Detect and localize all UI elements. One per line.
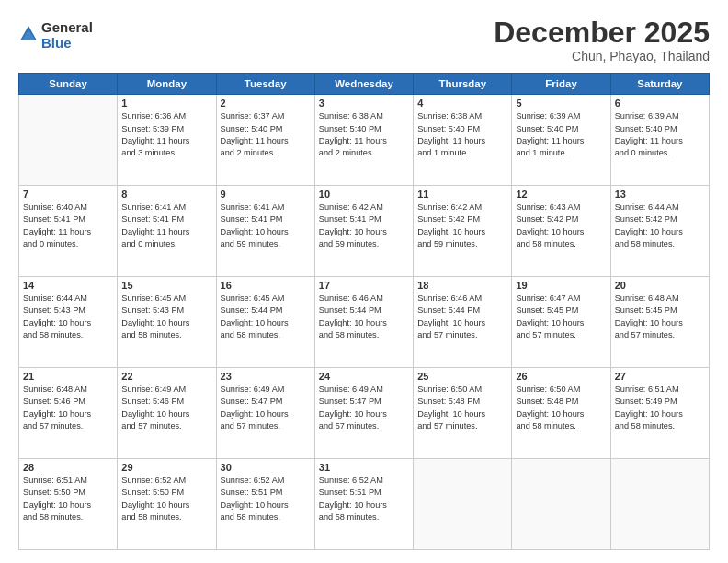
calendar-cell: 14Sunrise: 6:44 AMSunset: 5:43 PMDayligh… bbox=[19, 277, 118, 368]
day-info: Sunrise: 6:38 AMSunset: 5:40 PMDaylight:… bbox=[319, 110, 409, 159]
day-info: Sunrise: 6:47 AMSunset: 5:45 PMDaylight:… bbox=[516, 293, 606, 341]
calendar-week-1: 7Sunrise: 6:40 AMSunset: 5:41 PMDaylight… bbox=[19, 186, 710, 277]
day-number: 20 bbox=[615, 280, 705, 291]
calendar-cell: 18Sunrise: 6:46 AMSunset: 5:44 PMDayligh… bbox=[414, 277, 512, 368]
calendar-cell: 19Sunrise: 6:47 AMSunset: 5:45 PMDayligh… bbox=[512, 277, 610, 368]
calendar-cell: 24Sunrise: 6:49 AMSunset: 5:47 PMDayligh… bbox=[314, 368, 413, 459]
day-number: 27 bbox=[615, 371, 705, 382]
calendar-cell: 29Sunrise: 6:52 AMSunset: 5:50 PMDayligh… bbox=[118, 459, 216, 550]
header-wednesday: Wednesday bbox=[314, 74, 413, 95]
day-number: 31 bbox=[319, 462, 409, 473]
day-number: 6 bbox=[615, 98, 705, 109]
header-sunday: Sunday bbox=[19, 74, 118, 95]
day-info: Sunrise: 6:44 AMSunset: 5:42 PMDaylight:… bbox=[615, 201, 705, 250]
day-number: 7 bbox=[23, 189, 113, 200]
calendar-cell: 31Sunrise: 6:52 AMSunset: 5:51 PMDayligh… bbox=[314, 459, 413, 550]
calendar-cell: 26Sunrise: 6:50 AMSunset: 5:48 PMDayligh… bbox=[512, 368, 610, 459]
calendar-cell: 5Sunrise: 6:39 AMSunset: 5:40 PMDaylight… bbox=[512, 95, 610, 186]
day-info: Sunrise: 6:39 AMSunset: 5:40 PMDaylight:… bbox=[615, 110, 705, 159]
logo: General Blue bbox=[18, 20, 93, 51]
day-info: Sunrise: 6:43 AMSunset: 5:42 PMDaylight:… bbox=[516, 201, 606, 250]
calendar-cell: 12Sunrise: 6:43 AMSunset: 5:42 PMDayligh… bbox=[512, 186, 610, 277]
day-number: 21 bbox=[23, 371, 113, 382]
weekday-header-row: Sunday Monday Tuesday Wednesday Thursday… bbox=[19, 74, 710, 95]
day-info: Sunrise: 6:52 AMSunset: 5:51 PMDaylight:… bbox=[319, 475, 409, 523]
calendar-cell: 10Sunrise: 6:42 AMSunset: 5:41 PMDayligh… bbox=[314, 186, 413, 277]
calendar-cell: 15Sunrise: 6:45 AMSunset: 5:43 PMDayligh… bbox=[118, 277, 216, 368]
calendar-cell: 1Sunrise: 6:36 AMSunset: 5:39 PMDaylight… bbox=[118, 95, 216, 186]
day-number: 28 bbox=[23, 462, 113, 473]
logo-icon bbox=[18, 24, 39, 44]
day-info: Sunrise: 6:40 AMSunset: 5:41 PMDaylight:… bbox=[23, 201, 113, 250]
header-tuesday: Tuesday bbox=[216, 74, 314, 95]
day-number: 19 bbox=[516, 280, 606, 291]
day-info: Sunrise: 6:52 AMSunset: 5:51 PMDaylight:… bbox=[221, 475, 311, 523]
day-number: 16 bbox=[221, 280, 311, 291]
calendar-cell: 8Sunrise: 6:41 AMSunset: 5:41 PMDaylight… bbox=[118, 186, 216, 277]
day-number: 29 bbox=[121, 462, 211, 473]
calendar-cell bbox=[414, 459, 512, 550]
calendar-cell: 17Sunrise: 6:46 AMSunset: 5:44 PMDayligh… bbox=[314, 277, 413, 368]
day-info: Sunrise: 6:51 AMSunset: 5:50 PMDaylight:… bbox=[23, 475, 113, 523]
calendar-cell: 13Sunrise: 6:44 AMSunset: 5:42 PMDayligh… bbox=[610, 186, 709, 277]
day-number: 22 bbox=[121, 371, 211, 382]
day-info: Sunrise: 6:36 AMSunset: 5:39 PMDaylight:… bbox=[121, 110, 211, 159]
logo-blue-text: Blue bbox=[41, 36, 93, 52]
page: General Blue December 2025 Chun, Phayao,… bbox=[0, 0, 728, 563]
calendar-cell: 25Sunrise: 6:50 AMSunset: 5:48 PMDayligh… bbox=[414, 368, 512, 459]
day-number: 5 bbox=[516, 98, 606, 109]
day-number: 9 bbox=[221, 189, 311, 200]
day-number: 12 bbox=[516, 189, 606, 200]
day-info: Sunrise: 6:52 AMSunset: 5:50 PMDaylight:… bbox=[121, 475, 211, 523]
day-info: Sunrise: 6:49 AMSunset: 5:47 PMDaylight:… bbox=[319, 384, 409, 432]
calendar-cell: 20Sunrise: 6:48 AMSunset: 5:45 PMDayligh… bbox=[610, 277, 709, 368]
day-number: 23 bbox=[221, 371, 311, 382]
day-info: Sunrise: 6:48 AMSunset: 5:46 PMDaylight:… bbox=[23, 384, 113, 432]
calendar-week-4: 28Sunrise: 6:51 AMSunset: 5:50 PMDayligh… bbox=[19, 459, 710, 550]
day-info: Sunrise: 6:46 AMSunset: 5:44 PMDaylight:… bbox=[417, 293, 507, 341]
day-number: 4 bbox=[417, 98, 507, 109]
day-info: Sunrise: 6:42 AMSunset: 5:42 PMDaylight:… bbox=[417, 201, 507, 250]
month-title: December 2025 bbox=[494, 17, 710, 49]
day-info: Sunrise: 6:42 AMSunset: 5:41 PMDaylight:… bbox=[319, 201, 409, 250]
header-monday: Monday bbox=[118, 74, 216, 95]
day-number: 18 bbox=[417, 280, 507, 291]
calendar-cell: 22Sunrise: 6:49 AMSunset: 5:46 PMDayligh… bbox=[118, 368, 216, 459]
day-number: 24 bbox=[319, 371, 409, 382]
calendar-cell bbox=[19, 95, 118, 186]
day-info: Sunrise: 6:45 AMSunset: 5:44 PMDaylight:… bbox=[221, 293, 311, 341]
header-saturday: Saturday bbox=[610, 74, 709, 95]
calendar-cell: 9Sunrise: 6:41 AMSunset: 5:41 PMDaylight… bbox=[216, 186, 314, 277]
calendar-week-3: 21Sunrise: 6:48 AMSunset: 5:46 PMDayligh… bbox=[19, 368, 710, 459]
header: General Blue December 2025 Chun, Phayao,… bbox=[18, 17, 710, 63]
day-number: 10 bbox=[319, 189, 409, 200]
calendar-cell: 16Sunrise: 6:45 AMSunset: 5:44 PMDayligh… bbox=[216, 277, 314, 368]
day-number: 13 bbox=[615, 189, 705, 200]
calendar-week-2: 14Sunrise: 6:44 AMSunset: 5:43 PMDayligh… bbox=[19, 277, 710, 368]
title-block: December 2025 Chun, Phayao, Thailand bbox=[494, 17, 710, 63]
logo-general-text: General bbox=[41, 20, 93, 36]
calendar-cell: 30Sunrise: 6:52 AMSunset: 5:51 PMDayligh… bbox=[216, 459, 314, 550]
day-number: 11 bbox=[417, 189, 507, 200]
calendar-cell bbox=[610, 459, 709, 550]
day-number: 1 bbox=[121, 98, 211, 109]
location: Chun, Phayao, Thailand bbox=[494, 49, 710, 63]
calendar-cell: 23Sunrise: 6:49 AMSunset: 5:47 PMDayligh… bbox=[216, 368, 314, 459]
day-number: 2 bbox=[221, 98, 311, 109]
day-info: Sunrise: 6:48 AMSunset: 5:45 PMDaylight:… bbox=[615, 293, 705, 341]
day-info: Sunrise: 6:50 AMSunset: 5:48 PMDaylight:… bbox=[516, 384, 606, 432]
day-info: Sunrise: 6:50 AMSunset: 5:48 PMDaylight:… bbox=[417, 384, 507, 432]
day-info: Sunrise: 6:49 AMSunset: 5:47 PMDaylight:… bbox=[221, 384, 311, 432]
day-info: Sunrise: 6:37 AMSunset: 5:40 PMDaylight:… bbox=[221, 110, 311, 159]
day-info: Sunrise: 6:41 AMSunset: 5:41 PMDaylight:… bbox=[121, 201, 211, 250]
calendar-cell: 27Sunrise: 6:51 AMSunset: 5:49 PMDayligh… bbox=[610, 368, 709, 459]
calendar-cell: 7Sunrise: 6:40 AMSunset: 5:41 PMDaylight… bbox=[19, 186, 118, 277]
day-info: Sunrise: 6:38 AMSunset: 5:40 PMDaylight:… bbox=[417, 110, 507, 159]
calendar-cell: 28Sunrise: 6:51 AMSunset: 5:50 PMDayligh… bbox=[19, 459, 118, 550]
day-number: 17 bbox=[319, 280, 409, 291]
calendar-cell: 21Sunrise: 6:48 AMSunset: 5:46 PMDayligh… bbox=[19, 368, 118, 459]
day-number: 26 bbox=[516, 371, 606, 382]
calendar-week-0: 1Sunrise: 6:36 AMSunset: 5:39 PMDaylight… bbox=[19, 95, 710, 186]
day-number: 25 bbox=[417, 371, 507, 382]
header-friday: Friday bbox=[512, 74, 610, 95]
